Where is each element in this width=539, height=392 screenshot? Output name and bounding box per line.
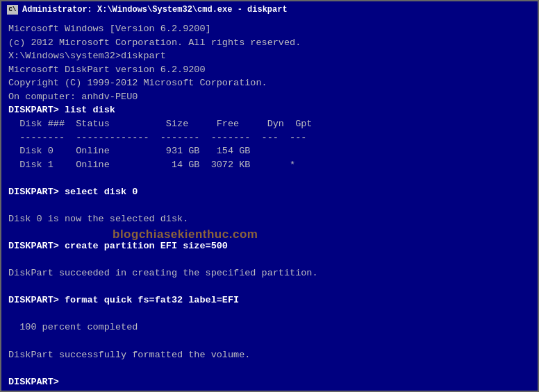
command-line: DISKPART> create partition EFI size=500: [8, 239, 531, 253]
output-line: Microsoft Windows [Version 6.2.9200]: [8, 22, 531, 36]
command-line: DISKPART> format quick fs=fat32 label=EF…: [8, 293, 531, 307]
output-line: Disk 0 is now the selected disk.: [8, 212, 531, 226]
output-line: 100 percent completed: [8, 321, 531, 334]
table-header: Disk ### Status Size Free Dyn Gpt: [8, 117, 531, 131]
output-line: Copyright (C) 1999-2012 Microsoft Corpor…: [8, 76, 531, 90]
output-line: [8, 225, 531, 239]
disk-table: Disk ### Status Size Free Dyn Gpt ------…: [8, 117, 531, 171]
output-line: [8, 280, 531, 294]
output-line: DiskPart successfully formatted the volu…: [8, 348, 531, 362]
title-bar-text: Administrator: X:\Windows\System32\cmd.e…: [22, 5, 532, 15]
command-line: DISKPART> select disk 0: [8, 185, 531, 199]
output-line: Microsoft DiskPart version 6.2.9200: [8, 63, 531, 77]
output-line: [8, 361, 531, 375]
output-line: X:\Windows\system32>diskpart: [8, 49, 531, 63]
output-line: (c) 2012 Microsoft Corporation. All righ…: [8, 36, 531, 50]
output-line: On computer: anhdv-PEU0: [8, 90, 531, 104]
title-bar: C\ Administrator: X:\Windows\System32\cm…: [1, 1, 538, 18]
console-area[interactable]: Microsoft Windows [Version 6.2.9200] (c)…: [1, 18, 538, 391]
cmd-window: C\ Administrator: X:\Windows\System32\cm…: [0, 0, 539, 392]
output-line: DiskPart succeeded in creating the speci…: [8, 266, 531, 280]
table-row: Disk 0 Online 931 GB 154 GB: [8, 144, 531, 158]
window-icon: C\: [7, 5, 18, 15]
output-line: [8, 307, 531, 321]
output-line: [8, 198, 531, 212]
output-line: [8, 171, 531, 185]
output-line: [8, 334, 531, 348]
command-line: DISKPART> list disk: [8, 103, 531, 117]
command-prompt: DISKPART>: [8, 375, 531, 389]
output-line: [8, 253, 531, 267]
table-row: Disk 1 Online 14 GB 3072 KB *: [8, 158, 531, 172]
table-separator: -------- ------------- ------- ------- -…: [8, 131, 531, 145]
